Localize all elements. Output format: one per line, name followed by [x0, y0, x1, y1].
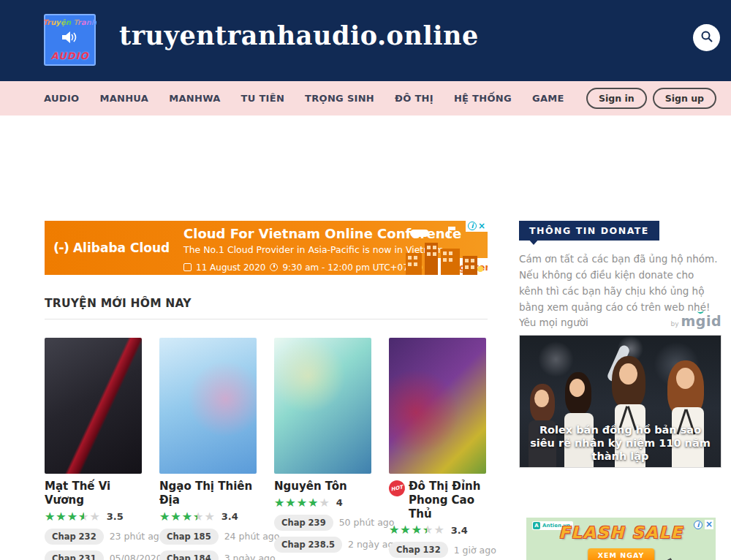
nav-item-đô-thị[interactable]: ĐÔ THỊ — [395, 93, 433, 104]
main-nav: AUDIOMANHUAMANHWATU TIÊNTRỌNG SINHĐÔ THỊ… — [0, 81, 731, 116]
rating-row: ★★★★★★★★★★ 3.4 — [389, 524, 486, 536]
native-ad-caption[interactable]: Rolex bán đồng hồ bản sao siêu rẻ nhân k… — [526, 423, 715, 463]
star-rating: ★★★★★★★★★★ — [389, 524, 445, 536]
chapter-time: 3 ngày ago — [224, 553, 276, 560]
chapter-chip[interactable]: Chap 239 — [274, 515, 333, 531]
chapter-row: Chap 18524 phút ago — [159, 529, 257, 545]
ad-info-icon[interactable]: i — [468, 222, 477, 230]
calendar-icon — [183, 263, 192, 271]
rating-row: ★★★★★★★★★★ 3.4 — [159, 511, 257, 523]
chapter-row: Chap 1843 ngày ago — [159, 550, 257, 560]
nav-item-trọng-sinh[interactable]: TRỌNG SINH — [305, 93, 374, 104]
chapter-row: Chap 238.52 ngày ago — [274, 537, 371, 553]
comic-title[interactable]: Nguyên Tôn — [274, 480, 347, 493]
page: Truyện Tranh AUDIO truyentranhaudio.onli… — [0, 0, 731, 560]
chapter-chip[interactable]: Chap 132 — [389, 542, 448, 558]
hot-badge: HOT — [387, 479, 406, 498]
native-ad-image[interactable]: Rolex bán đồng hồ bản sao siêu rẻ nhân k… — [519, 335, 721, 468]
comic-cover[interactable] — [274, 338, 371, 474]
flash-sale-headline: FLASH SALE — [526, 523, 716, 542]
nav-item-game[interactable]: GAME — [532, 93, 564, 104]
chapter-time: 24 phút ago — [224, 531, 280, 542]
star-rating: ★★★★★★★★★★ — [159, 511, 216, 523]
chapter-time: 05/08/2020 — [110, 553, 162, 560]
comic-title[interactable]: Ngạo Thị Thiên Địa — [159, 480, 257, 507]
sign-up-button[interactable]: Sign up — [653, 88, 716, 109]
comic-card: Nguyên Tôn ★★★★★★★★★★ 4 Chap 23950 phút … — [274, 338, 371, 560]
leaderboard-ad[interactable]: (-) Alibaba Cloud Cloud For Vietnam Onli… — [45, 221, 488, 275]
site-title[interactable]: truyentranhaudio.online — [119, 20, 479, 50]
comic-card: HOT Đô Thị Đỉnh Phong Cao Thủ ★★★★★★★★★★… — [389, 338, 486, 560]
comic-title[interactable]: Mạt Thế Vi Vương — [45, 480, 142, 507]
star-rating: ★★★★★★★★★★ — [45, 511, 101, 523]
rating-row: ★★★★★★★★★★ 3.5 — [45, 511, 142, 523]
nav-item-hệ-thống[interactable]: HỆ THỐNG — [454, 93, 512, 104]
chapter-row: Chap 23105/08/2020 — [45, 550, 142, 560]
rating-value: 4 — [336, 497, 343, 508]
chapter-chip[interactable]: Chap 232 — [45, 529, 104, 545]
ad-date: 11 August 2020 — [196, 262, 265, 273]
rating-value: 3.4 — [451, 525, 468, 536]
donate-ribbon: THÔNG TIN DONATE — [519, 221, 659, 241]
auth-buttons: Sign in Sign up — [586, 88, 716, 109]
logo-audio-label: AUDIO — [51, 50, 89, 61]
section-divider — [45, 319, 488, 319]
chapter-chip[interactable]: Chap 184 — [159, 550, 219, 560]
chapter-row: Chap 23223 phút ago — [45, 529, 142, 545]
chapter-time: 1 giờ ago — [454, 545, 496, 556]
nav-items: AUDIOMANHUAMANHWATU TIÊNTRỌNG SINHĐÔ THỊ… — [44, 93, 564, 104]
comic-cover[interactable] — [389, 338, 486, 474]
comic-card: Ngạo Thị Thiên Địa ★★★★★★★★★★ 3.4 Chap 1… — [159, 338, 257, 560]
chapter-row: Chap 23950 phút ago — [274, 515, 371, 531]
adchoices-controls: i × — [466, 221, 488, 232]
star-rating: ★★★★★★★★★★ — [274, 497, 330, 509]
chapter-chip[interactable]: Chap 231 — [45, 550, 104, 560]
clock-icon — [270, 263, 278, 271]
chapter-chip[interactable]: Chap 185 — [159, 529, 219, 545]
mgid-logo: mgid — [681, 313, 721, 329]
comic-title[interactable]: Đô Thị Đỉnh Phong Cao Thủ — [409, 480, 486, 521]
mgid-by-label: by — [670, 320, 678, 328]
nav-item-manhua[interactable]: MANHUA — [99, 93, 148, 104]
chapter-chip[interactable]: Chap 238.5 — [274, 537, 342, 553]
alibaba-logo-mark: (-) — [53, 240, 69, 255]
ad-close-icon[interactable]: × — [478, 222, 485, 231]
flash-sale-ad[interactable]: A Antien.vn i × FLASH SALE XEM NGAY — [522, 513, 720, 560]
chapter-row: Chap 1321 giờ ago — [389, 542, 486, 558]
rating-value: 3.5 — [107, 511, 124, 522]
rating-row: ★★★★★★★★★★ 4 — [274, 497, 371, 509]
section-title: TRUYỆN MỚI HÔM NAY — [45, 297, 192, 310]
header: Truyện Tranh AUDIO truyentranhaudio.onli… — [0, 0, 731, 81]
alibaba-cloud-logo: (-) Alibaba Cloud — [53, 240, 170, 255]
nav-item-manhwa[interactable]: MANHWA — [169, 93, 220, 104]
sign-in-button[interactable]: Sign in — [586, 88, 647, 109]
xem-ngay-button[interactable]: XEM NGAY — [588, 548, 655, 560]
logo-script-text: Truyện Tranh — [43, 18, 96, 26]
nav-item-tu-tiên[interactable]: TU TIÊN — [241, 93, 285, 104]
nav-item-audio[interactable]: AUDIO — [44, 93, 79, 104]
search-icon — [700, 30, 713, 46]
rating-value: 3.4 — [221, 511, 238, 522]
comic-card: Mạt Thế Vi Vương ★★★★★★★★★★ 3.5 Chap 232… — [45, 338, 142, 560]
chapter-time: 23 phút ago — [110, 531, 165, 542]
site-logo[interactable]: Truyện Tranh AUDIO — [44, 14, 96, 66]
alibaba-brand-text: Alibaba Cloud — [73, 241, 170, 255]
chapter-time: 50 phút ago — [339, 517, 395, 528]
comic-cover[interactable] — [45, 338, 142, 474]
new-comics-grid: Mạt Thế Vi Vương ★★★★★★★★★★ 3.5 Chap 232… — [45, 338, 498, 560]
donate-ribbon-notch — [528, 238, 539, 245]
mgid-attribution[interactable]: bymgid — [519, 313, 721, 329]
search-button[interactable] — [693, 24, 720, 51]
speaker-icon — [62, 31, 78, 47]
comic-cover[interactable] — [159, 338, 257, 474]
